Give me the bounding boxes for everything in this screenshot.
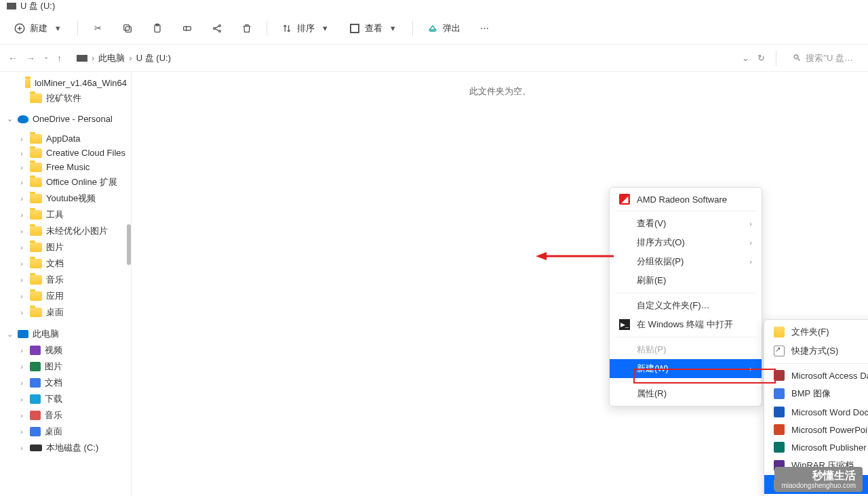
sidebar-item[interactable]: ›Free Music xyxy=(0,160,131,174)
refresh-button[interactable]: ↻ xyxy=(757,53,765,63)
chevron-down-icon[interactable]: ⌄ xyxy=(742,53,749,63)
chevron-icon[interactable]: › xyxy=(18,428,26,436)
sidebar-item[interactable]: ›视频 xyxy=(0,342,131,358)
chevron-icon[interactable]: › xyxy=(18,395,26,403)
chevron-right-icon: › xyxy=(749,365,752,373)
breadcrumb-drive[interactable]: U 盘 (U:) xyxy=(136,52,171,64)
new-pub[interactable]: Microsoft Publisher Document xyxy=(764,438,868,456)
chevron-icon[interactable]: › xyxy=(18,411,26,419)
new-access[interactable]: Microsoft Access Database xyxy=(764,367,868,384)
search-input[interactable]: 🔍︎ 搜索"U 盘… xyxy=(787,49,859,67)
content-pane[interactable]: 此文件夹为空。 ◢ AMD Radeon Software 查看(V) › 排序… xyxy=(132,72,868,496)
sidebar[interactable]: lolMiner_v1.46a_Win64挖矿软件⌄OneDrive - Per… xyxy=(0,72,132,496)
sidebar-item-label: Creative Cloud Files xyxy=(46,148,125,158)
sidebar-item[interactable]: ›文档 xyxy=(0,255,131,272)
delete-button[interactable] xyxy=(234,18,260,39)
sidebar-item[interactable]: ›图片 xyxy=(0,358,131,375)
eject-button[interactable]: 弹出 xyxy=(420,18,467,39)
new-ppt[interactable]: Microsoft PowerPoint Presentation xyxy=(764,421,868,438)
sidebar-item[interactable]: 挖矿软件 xyxy=(0,90,131,106)
sidebar-item[interactable]: ›未经优化小图片 xyxy=(0,223,131,239)
chevron-icon[interactable]: › xyxy=(18,292,26,300)
ctx-new[interactable]: 新建(W) › xyxy=(610,359,762,378)
up-button[interactable]: ↑ xyxy=(57,53,62,64)
chevron-icon[interactable]: › xyxy=(18,227,26,235)
sidebar-item[interactable]: ›本地磁盘 (C:) xyxy=(0,440,131,456)
sidebar-item[interactable]: ›桌面 xyxy=(0,423,131,440)
chevron-icon[interactable]: › xyxy=(18,194,26,203)
sidebar-item[interactable]: ›应用 xyxy=(0,288,131,304)
sidebar-item[interactable]: ⌄此电脑 xyxy=(0,326,131,342)
new-shortcut[interactable]: 快捷方式(S) xyxy=(764,342,868,360)
chevron-right-icon: › xyxy=(92,53,94,63)
chevron-icon[interactable]: › xyxy=(18,211,26,219)
ctx-paste[interactable]: 粘贴(P) xyxy=(610,340,762,359)
breadcrumb[interactable]: › 此电脑 › U 盘 (U:) xyxy=(71,49,735,67)
sidebar-item[interactable]: ›桌面 xyxy=(0,304,131,321)
ctx-sortby[interactable]: 排序方式(O) › xyxy=(610,233,762,252)
sidebar-item[interactable]: ›Youtube视频 xyxy=(0,190,131,207)
more-button[interactable]: ⋯ xyxy=(471,18,497,39)
separator xyxy=(615,293,756,293)
ctx-terminal[interactable]: ▶_ 在 Windows 终端 中打开 xyxy=(610,315,762,334)
copy-button[interactable] xyxy=(115,18,140,39)
ctx-customize[interactable]: 自定义文件夹(F)… xyxy=(610,296,762,315)
ctx-label: 新建(W) xyxy=(637,363,669,375)
search-placeholder: 搜索"U 盘… xyxy=(806,52,853,64)
ctx-label: 在 Windows 终端 中打开 xyxy=(637,318,733,331)
sidebar-item[interactable]: lolMiner_v1.46a_Win64 xyxy=(0,76,131,90)
chevron-icon[interactable]: ⌄ xyxy=(5,115,14,123)
chevron-icon[interactable]: › xyxy=(18,149,26,157)
chevron-icon[interactable]: › xyxy=(18,243,26,251)
chevron-icon[interactable]: ⌄ xyxy=(5,330,14,339)
sidebar-item[interactable]: ›工具 xyxy=(0,207,131,223)
share-button[interactable] xyxy=(204,18,230,39)
new-folder[interactable]: 文件夹(F) xyxy=(764,323,868,342)
sort-button[interactable]: 排序 ▾ xyxy=(274,18,338,39)
ctx-groupby[interactable]: 分组依据(P) › xyxy=(610,252,762,271)
scrollbar-thumb[interactable] xyxy=(127,224,131,265)
chevron-icon[interactable]: › xyxy=(18,444,26,452)
sidebar-item-label: Free Music xyxy=(46,162,90,172)
cut-button[interactable]: ✂ xyxy=(85,18,111,39)
sidebar-item[interactable]: ›下载 xyxy=(0,391,131,407)
watermark: 秒懂生活 miaodongshenghuo.com xyxy=(774,467,863,492)
ctx-amd[interactable]: ◢ AMD Radeon Software xyxy=(610,190,762,208)
forward-button[interactable]: → xyxy=(26,53,35,64)
sidebar-item[interactable]: ›音乐 xyxy=(0,272,131,288)
sidebar-item[interactable]: ›Office Online 扩展 xyxy=(0,174,131,190)
sidebar-item[interactable]: ›图片 xyxy=(0,239,131,255)
chevron-icon[interactable]: › xyxy=(18,363,26,371)
sidebar-item[interactable]: ›Creative Cloud Files xyxy=(0,146,131,160)
paste-button[interactable] xyxy=(144,18,170,39)
new-button[interactable]: 新建 ▾ xyxy=(7,18,71,39)
chevron-icon[interactable]: › xyxy=(18,346,26,354)
sidebar-item-label: 文档 xyxy=(45,377,62,389)
sidebar-item[interactable]: ⌄OneDrive - Personal xyxy=(0,112,131,126)
sidebar-item[interactable]: ›文档 xyxy=(0,375,131,391)
sidebar-item-label: Youtube视频 xyxy=(46,192,96,205)
chevron-icon[interactable]: › xyxy=(18,308,26,316)
access-icon xyxy=(774,370,785,381)
chevron-icon[interactable]: › xyxy=(18,178,26,186)
chevron-icon[interactable]: › xyxy=(18,135,26,143)
ctx-refresh[interactable]: 刷新(E) xyxy=(610,271,762,290)
chevron-down-icon[interactable]: ⌄ xyxy=(43,53,49,64)
sidebar-item[interactable]: ›AppData xyxy=(0,131,131,146)
chevron-icon[interactable]: › xyxy=(18,260,26,268)
chevron-icon[interactable]: › xyxy=(18,379,26,387)
ctx-label: Microsoft Word Document xyxy=(791,407,868,417)
view-button[interactable]: 查看 ▾ xyxy=(342,18,406,39)
sidebar-item-label: 音乐 xyxy=(46,274,64,286)
new-word[interactable]: Microsoft Word Document xyxy=(764,403,868,421)
breadcrumb-pc[interactable]: 此电脑 xyxy=(98,52,125,64)
rename-button[interactable] xyxy=(174,18,200,39)
back-button[interactable]: ← xyxy=(8,53,18,64)
chevron-right-icon: › xyxy=(749,239,752,247)
new-bmp[interactable]: BMP 图像 xyxy=(764,384,868,403)
sidebar-item[interactable]: ›音乐 xyxy=(0,407,131,423)
chevron-icon[interactable]: › xyxy=(18,163,26,171)
chevron-icon[interactable]: › xyxy=(18,276,26,284)
ctx-view[interactable]: 查看(V) › xyxy=(610,214,762,233)
ctx-properties[interactable]: 属性(R) xyxy=(610,384,762,403)
